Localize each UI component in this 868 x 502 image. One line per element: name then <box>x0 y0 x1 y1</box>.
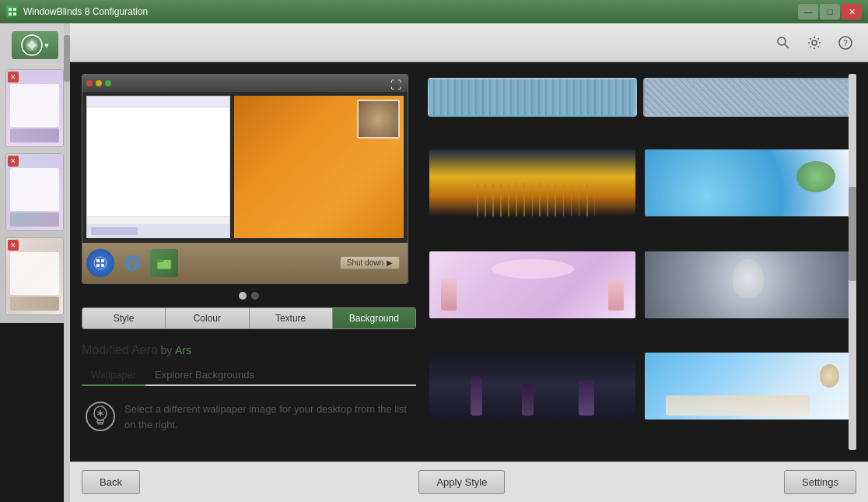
svg-point-8 <box>812 40 817 45</box>
wallpaper-item-turtle[interactable] <box>643 148 852 218</box>
minimize-button[interactable]: — <box>798 4 818 19</box>
style-author-text: Ars <box>175 344 191 356</box>
taskbar-explorer[interactable] <box>150 249 178 277</box>
description-box: Select a different wallpaper image for y… <box>82 394 416 440</box>
sidebar-wrapper: ▾ ✕ ✕ ✕ <box>0 23 70 502</box>
wallpaper-scrollbar-thumb[interactable] <box>849 187 856 281</box>
tab-texture[interactable]: Texture <box>250 308 333 328</box>
wallpaper-panel <box>428 74 856 450</box>
back-button[interactable]: Back <box>82 470 140 494</box>
tab-colour[interactable]: Colour <box>166 308 249 328</box>
svg-text:?: ? <box>843 39 848 47</box>
title-bar-text: WindowBlinds 8 Configuration <box>23 6 798 17</box>
shutdown-label: Shut down <box>347 258 383 267</box>
close-button[interactable]: ✕ <box>842 4 862 19</box>
tab-style[interactable]: Style <box>82 308 166 328</box>
wallpaper-item-flying[interactable] <box>643 351 852 421</box>
sidebar-item-2[interactable]: ✕ <box>5 153 64 231</box>
svg-rect-23 <box>98 423 103 424</box>
preview-panel: Shut down ▶ <box>82 74 416 450</box>
logo-button[interactable]: ▾ <box>12 31 58 59</box>
sidebar: ▾ ✕ ✕ ✕ <box>0 23 70 323</box>
search-button[interactable] <box>772 32 794 54</box>
svg-rect-12 <box>96 259 100 262</box>
main-tabs: Style Colour Texture Background <box>82 307 416 329</box>
dot-2[interactable] <box>251 292 259 300</box>
sidebar-scrollbar-thumb[interactable] <box>64 35 70 82</box>
style-info: Modified Aero by Ars <box>82 343 416 357</box>
sub-tab-explorer[interactable]: Explorer Backgrounds <box>145 365 264 386</box>
sidebar-close-2[interactable]: ✕ <box>8 156 19 167</box>
apply-button[interactable]: Apply Style <box>418 470 505 494</box>
top-toolbar: ? <box>70 23 868 62</box>
wallpaper-scrollbar[interactable] <box>849 74 856 450</box>
description-text: Select a different wallpaper image for y… <box>124 402 412 432</box>
sidebar-close-1[interactable]: ✕ <box>8 72 19 82</box>
settings-button[interactable]: Settings <box>784 470 856 494</box>
sub-tabs: Wallpaper Explorer Backgrounds <box>82 365 416 386</box>
settings-button[interactable] <box>803 32 825 54</box>
wallpaper-grid <box>428 74 856 450</box>
wallpaper-item-top1[interactable] <box>428 78 637 117</box>
app-icon <box>6 5 19 18</box>
wallpaper-item-monster[interactable] <box>643 250 852 320</box>
sub-tab-wallpaper[interactable]: Wallpaper <box>82 365 145 386</box>
title-bar: WindowBlinds 8 Configuration — □ ✕ <box>0 0 868 23</box>
by-label: by <box>160 344 172 356</box>
taskbar-start[interactable] <box>86 249 114 277</box>
maximize-button[interactable]: □ <box>820 4 840 19</box>
title-bar-controls: — □ ✕ <box>798 4 862 19</box>
tab-background[interactable]: Background <box>333 308 415 328</box>
svg-rect-1 <box>13 8 16 11</box>
bulb-icon <box>86 402 115 431</box>
svg-line-7 <box>785 44 789 48</box>
sidebar-item-1[interactable]: ✕ <box>5 69 64 147</box>
svg-rect-3 <box>13 12 16 16</box>
svg-rect-20 <box>157 259 163 262</box>
main-content-row: ▾ ✕ ✕ ✕ <box>0 23 868 502</box>
svg-rect-13 <box>101 259 104 262</box>
svg-rect-14 <box>96 264 100 267</box>
svg-point-11 <box>94 257 107 269</box>
sidebar-close-3[interactable]: ✕ <box>8 240 19 251</box>
wallpaper-item-dark[interactable] <box>428 351 637 421</box>
svg-rect-15 <box>101 264 104 267</box>
help-button[interactable]: ? <box>835 32 856 54</box>
expand-icon[interactable]: ⛶ <box>390 79 401 91</box>
app-window: WindowBlinds 8 Configuration — □ ✕ ▾ <box>0 0 868 502</box>
preview-window: Shut down ▶ <box>82 74 408 284</box>
sidebar-scrollbar[interactable] <box>64 23 70 502</box>
style-name-text: Modified Aero <box>82 343 158 356</box>
dot-1[interactable] <box>239 292 247 300</box>
content-area: ? <box>70 23 868 502</box>
nav-dots <box>82 292 416 300</box>
wallpaper-item-top2[interactable] <box>643 78 852 117</box>
taskbar-ie[interactable] <box>118 249 146 277</box>
svg-point-6 <box>778 37 786 45</box>
svg-rect-0 <box>9 8 12 11</box>
svg-rect-2 <box>9 12 12 16</box>
wallpaper-item-arch[interactable] <box>428 148 637 218</box>
main-area: Shut down ▶ <box>70 62 868 462</box>
sidebar-item-3[interactable]: ✕ <box>5 237 64 315</box>
bottom-toolbar: Back Apply Style Settings <box>70 462 868 502</box>
wallpaper-item-fairy[interactable] <box>428 250 637 320</box>
